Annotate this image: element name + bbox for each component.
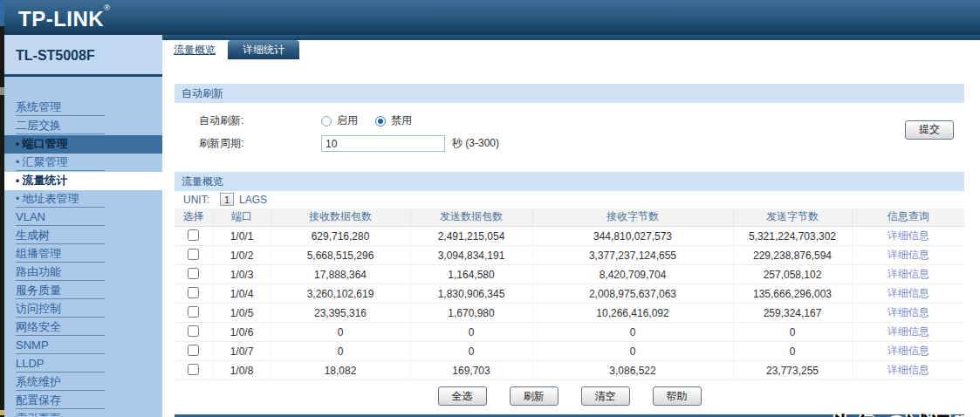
rx-bytes-cell: 0: [532, 323, 733, 342]
row-checkbox[interactable]: [188, 364, 199, 375]
detail-link[interactable]: 详细信息: [887, 268, 929, 280]
row-checkbox[interactable]: [188, 229, 199, 241]
sidebar-item-5[interactable]: 流量统计: [4, 172, 162, 190]
tab-bar: 流量概览 详细统计: [162, 40, 980, 59]
column-header: 接收数据包数: [271, 208, 410, 227]
help-button[interactable]: 帮助: [653, 386, 702, 406]
row-checkbox[interactable]: [188, 249, 199, 260]
sidebar-item-4[interactable]: 汇聚管理: [4, 154, 162, 172]
detail-link[interactable]: 详细信息: [887, 345, 929, 357]
rx-bytes-cell: 344,810,027,573: [532, 227, 733, 246]
sidebar-item-8[interactable]: 生成树: [4, 227, 162, 245]
edge-segment-gray: [0, 87, 4, 95]
tx-bytes-cell: 0: [733, 323, 852, 342]
column-header: 信息查询: [852, 208, 964, 227]
sidebar-item-label: 汇聚管理: [16, 154, 105, 171]
column-header: 发送字节数: [733, 208, 852, 227]
rx-packets-cell: 5,668,515,296: [271, 246, 410, 265]
unit-label: UNIT:: [183, 194, 209, 206]
tx-packets-cell: 1,670,980: [410, 304, 532, 323]
sidebar-item-label: 访问控制: [16, 300, 105, 318]
unit-1-button[interactable]: 1: [220, 193, 234, 206]
table-row: 1/0/60000详细信息: [175, 323, 964, 342]
sidebar-item-1[interactable]: 系统管理: [4, 99, 162, 117]
auto-refresh-form: 自动刷新: 启用 禁用 刷新周期:: [175, 103, 964, 161]
tab-detailed-statistics[interactable]: 详细统计: [228, 40, 299, 59]
row-checkbox[interactable]: [188, 345, 199, 356]
clear-button[interactable]: 清空: [581, 386, 630, 406]
select-all-button[interactable]: 全选: [438, 386, 487, 406]
tx-packets-cell: 0: [410, 323, 532, 342]
rx-packets-cell: 23,395,316: [271, 304, 410, 323]
detail-link[interactable]: 详细信息: [887, 287, 929, 299]
table-row: 1/0/43,260,102,6191,830,906,3452,008,975…: [175, 284, 964, 304]
tx-bytes-cell: 259,324,167: [733, 304, 852, 323]
sidebar-item-label: 系统维护: [16, 373, 105, 391]
sidebar-item-label: 生成树: [16, 227, 105, 244]
sidebar-item-11[interactable]: 服务质量: [4, 282, 162, 300]
tx-bytes-cell: 0: [733, 342, 852, 361]
registered-mark: ®: [104, 3, 110, 12]
sidebar-item-label: 索引页面: [16, 410, 105, 416]
table-row: 1/0/70000详细信息: [175, 342, 964, 361]
table-row: 1/0/1629,716,2802,491,215,054344,810,027…: [175, 227, 964, 246]
sidebar-item-7[interactable]: VLAN: [4, 208, 162, 227]
edge-segment-blue: [0, 0, 4, 26]
enable-radio-label[interactable]: 启用: [337, 113, 358, 128]
refresh-period-input[interactable]: [321, 135, 445, 152]
traffic-overview-section: 流量概览 UNIT: 1 LAGS 选择端口接: [175, 172, 964, 407]
sidebar-item-9[interactable]: 组播管理: [4, 245, 162, 263]
detail-link[interactable]: 详细信息: [887, 306, 929, 318]
refresh-button[interactable]: 刷新: [510, 386, 559, 406]
submit-button[interactable]: 提交: [905, 120, 954, 140]
row-checkbox[interactable]: [188, 306, 199, 318]
sidebar-item-18[interactable]: 索引页面: [4, 410, 162, 416]
sidebar-item-10[interactable]: 路由功能: [4, 263, 162, 282]
auto-refresh-section-title: 自动刷新: [175, 84, 964, 103]
column-header: 发送数据包数: [410, 208, 532, 227]
port-cell: 1/0/8: [213, 361, 271, 380]
detail-link[interactable]: 详细信息: [887, 249, 929, 261]
sidebar-item-17[interactable]: 配置保存: [4, 392, 162, 410]
rx-packets-cell: 0: [271, 342, 410, 361]
sidebar-item-label: VLAN: [16, 208, 105, 226]
traffic-table-body: 1/0/1629,716,2802,491,215,054344,810,027…: [175, 227, 964, 380]
detail-link[interactable]: 详细信息: [887, 364, 929, 376]
tab-traffic-overview[interactable]: 流量概览: [164, 40, 225, 59]
switch-admin-screen: TP-LINK® TL-ST5008F 系统管理二层交换端口管理汇聚管理流量统计…: [0, 0, 980, 417]
tx-packets-cell: 169,703: [410, 361, 532, 380]
sidebar-item-16[interactable]: 系统维护: [4, 373, 162, 392]
row-checkbox[interactable]: [188, 325, 199, 337]
tx-packets-cell: 0: [410, 342, 532, 361]
sidebar-item-15[interactable]: LLDP: [4, 355, 162, 373]
sidebar-item-6[interactable]: 地址表管理: [4, 190, 162, 208]
sidebar-item-label: 二层交换: [16, 117, 105, 134]
sidebar-item-label: 端口管理: [16, 135, 105, 153]
sidebar-item-3[interactable]: 端口管理: [4, 135, 162, 154]
row-checkbox[interactable]: [188, 268, 199, 279]
traffic-section-title: 流量概览: [175, 172, 964, 191]
detail-link[interactable]: 详细信息: [887, 229, 929, 242]
rx-packets-cell: 17,888,364: [271, 265, 410, 284]
port-cell: 1/0/3: [213, 265, 271, 284]
detail-link[interactable]: 详细信息: [887, 325, 929, 338]
sidebar-item-label: 路由功能: [16, 263, 105, 281]
edge-segment-tan: [0, 410, 4, 415]
sidebar: TL-ST5008F 系统管理二层交换端口管理汇聚管理流量统计地址表管理VLAN…: [4, 35, 162, 417]
column-header: 选择: [175, 208, 213, 227]
traffic-table-header-row: 选择端口接收数据包数发送数据包数接收字节数发送字节数信息查询: [175, 208, 964, 227]
tx-packets-cell: 1,830,906,345: [410, 284, 532, 304]
disable-radio-label[interactable]: 禁用: [391, 113, 412, 128]
lags-label[interactable]: LAGS: [239, 194, 267, 206]
rx-packets-cell: 3,260,102,619: [271, 284, 410, 304]
enable-radio[interactable]: [321, 116, 332, 126]
disable-radio[interactable]: [375, 116, 386, 126]
refresh-period-unit: 秒 (3-300): [452, 136, 499, 151]
tx-packets-cell: 1,164,580: [410, 265, 532, 284]
sidebar-item-14[interactable]: SNMP: [4, 337, 162, 355]
top-header-bar: TP-LINK®: [4, 0, 980, 35]
sidebar-item-12[interactable]: 访问控制: [4, 300, 162, 318]
sidebar-item-13[interactable]: 网络安全: [4, 318, 162, 337]
sidebar-item-2[interactable]: 二层交换: [4, 117, 162, 135]
row-checkbox[interactable]: [188, 287, 199, 298]
